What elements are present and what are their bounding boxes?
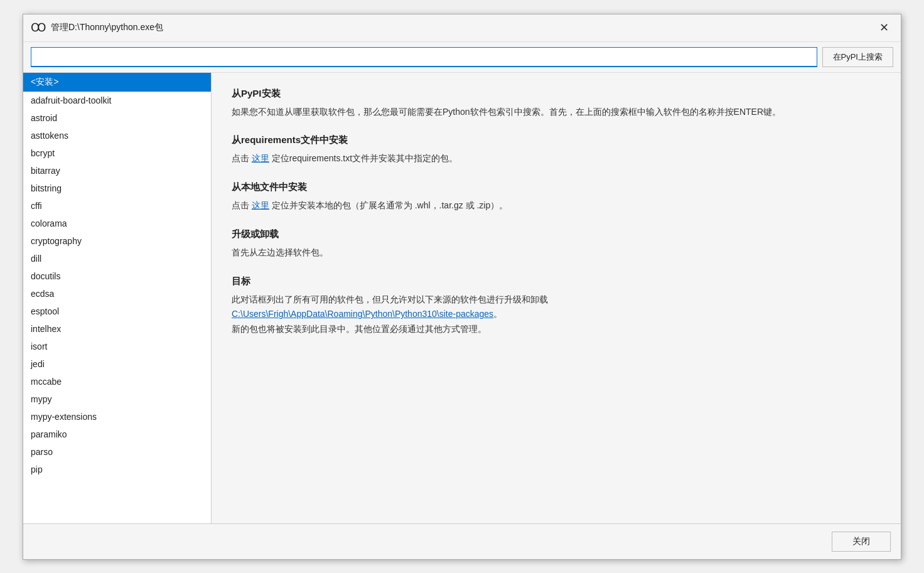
window-close-button[interactable]: ✕ <box>874 18 893 37</box>
list-item-mccabe[interactable]: mccabe <box>23 373 211 390</box>
list-item-bitstring[interactable]: bitstring <box>23 179 211 197</box>
content-panel: 从PyPI安装 如果您不知道从哪里获取软件包，那么您最可能需要在Python软件… <box>212 73 901 523</box>
list-item-docutils[interactable]: docutils <box>23 267 211 285</box>
section-upgrade-uninstall-body: 首先从左边选择软件包。 <box>232 245 881 260</box>
list-item-intelhex[interactable]: intelhex <box>23 320 211 338</box>
list-item-mypy[interactable]: mypy <box>23 390 211 408</box>
section-requirements-install-body: 点击 这里 定位requirements.txt文件并安装其中指定的包。 <box>232 151 881 166</box>
list-item-pip[interactable]: pip <box>23 461 211 478</box>
app-icon: Ꝏ <box>31 21 46 35</box>
list-item-esptool[interactable]: esptool <box>23 303 211 320</box>
title-bar: Ꝏ 管理D:\Thonny\python.exe包 ✕ <box>23 14 901 42</box>
main-content: <安装> adafruit-board-toolkit astroid astt… <box>23 73 901 523</box>
section-pypi-install: 从PyPI安装 如果您不知道从哪里获取软件包，那么您最可能需要在Python软件… <box>232 88 881 120</box>
section-requirements-install-title: 从requirements文件中安装 <box>232 134 881 146</box>
section-requirements-install: 从requirements文件中安装 点击 这里 定位requirements.… <box>232 134 881 166</box>
title-bar-left: Ꝏ 管理D:\Thonny\python.exe包 <box>31 21 163 35</box>
requirements-link[interactable]: 这里 <box>252 153 269 163</box>
list-item-astroid[interactable]: astroid <box>23 109 211 127</box>
list-item-bcrypt[interactable]: bcrypt <box>23 144 211 162</box>
list-item-cffi[interactable]: cffi <box>23 197 211 215</box>
list-item-paramiko[interactable]: paramiko <box>23 426 211 443</box>
list-item-dill[interactable]: dill <box>23 250 211 267</box>
search-pypi-button[interactable]: 在PyPI上搜索 <box>822 47 893 67</box>
section-upgrade-uninstall: 升级或卸载 首先从左边选择软件包。 <box>232 228 881 260</box>
section-pypi-install-body: 如果您不知道从哪里获取软件包，那么您最可能需要在Python软件包索引中搜索。首… <box>232 105 881 120</box>
list-item-asttokens[interactable]: asttokens <box>23 127 211 144</box>
main-window: Ꝏ 管理D:\Thonny\python.exe包 ✕ 在PyPI上搜索 <安装… <box>23 14 901 560</box>
list-item-install[interactable]: <安装> <box>23 73 211 92</box>
list-item-adafruit-board-toolkit[interactable]: adafruit-board-toolkit <box>23 92 211 109</box>
list-item-colorama[interactable]: colorama <box>23 215 211 232</box>
search-bar: 在PyPI上搜索 <box>23 42 901 73</box>
section-local-install-title: 从本地文件中安装 <box>232 181 881 193</box>
package-list: <安装> adafruit-board-toolkit astroid astt… <box>23 73 212 523</box>
footer: 关闭 <box>23 523 901 559</box>
section-pypi-install-title: 从PyPI安装 <box>232 88 881 100</box>
section-target-body: 此对话框列出了所有可用的软件包，但只允许对以下来源的软件包进行升级和卸载C:\U… <box>232 292 881 337</box>
list-item-ecdsa[interactable]: ecdsa <box>23 285 211 303</box>
search-input[interactable] <box>31 47 817 67</box>
section-target-title: 目标 <box>232 276 881 287</box>
target-path-link[interactable]: C:\Users\Frigh\AppData\Roaming\Python\Py… <box>232 309 493 319</box>
list-item-mypy-extensions[interactable]: mypy-extensions <box>23 408 211 426</box>
section-local-install-body: 点击 这里 定位并安装本地的包（扩展名通常为 .whl，.tar.gz 或 .z… <box>232 198 881 213</box>
section-local-install: 从本地文件中安装 点击 这里 定位并安装本地的包（扩展名通常为 .whl，.ta… <box>232 181 881 213</box>
close-dialog-button[interactable]: 关闭 <box>832 532 891 552</box>
local-install-link[interactable]: 这里 <box>252 200 269 210</box>
section-upgrade-uninstall-title: 升级或卸载 <box>232 228 881 240</box>
list-item-isort[interactable]: isort <box>23 338 211 355</box>
section-target: 目标 此对话框列出了所有可用的软件包，但只允许对以下来源的软件包进行升级和卸载C… <box>232 276 881 337</box>
list-item-bitarray[interactable]: bitarray <box>23 162 211 179</box>
list-item-jedi[interactable]: jedi <box>23 355 211 373</box>
list-item-parso[interactable]: parso <box>23 443 211 461</box>
list-item-cryptography[interactable]: cryptography <box>23 232 211 250</box>
window-title: 管理D:\Thonny\python.exe包 <box>51 22 163 33</box>
